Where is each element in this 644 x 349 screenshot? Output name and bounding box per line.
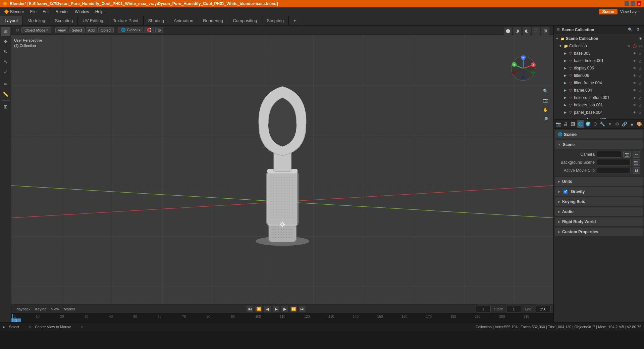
viewport-shading-rendered[interactable]: ◐ (523, 27, 531, 35)
next-keyframe-btn[interactable]: ⏩ (290, 306, 297, 312)
playback-label[interactable]: Playback (14, 307, 32, 311)
prop-tab-modifier[interactable]: 🔧 (599, 120, 606, 128)
vis-eye-panelbase[interactable]: 👁 (632, 110, 637, 115)
vis-cam-collection[interactable]: 🚫 (632, 44, 637, 48)
movieclip-value[interactable] (597, 167, 631, 174)
tab-sculpting[interactable]: Sculpting (50, 16, 78, 25)
viewport-shading-material[interactable]: ◑ (513, 27, 521, 35)
camera-value[interactable] (597, 151, 621, 158)
expand-filter[interactable]: ▶ (563, 73, 567, 78)
camera-edit-btn[interactable]: ✏ (633, 151, 640, 158)
prop-tab-scene[interactable]: 🌐 (577, 120, 584, 128)
collection-expand[interactable]: ▼ (558, 44, 562, 48)
rotate-tool[interactable]: ↻ (1, 47, 10, 56)
tab-uv-editing[interactable]: UV Editing (78, 16, 108, 25)
prop-tab-physics[interactable]: ⚙ (614, 120, 621, 128)
timeline-scrubber[interactable]: 1 10 20 30 40 50 60 70 80 90 100 110 120… (11, 313, 553, 322)
vis-extra-collection[interactable]: ☉ (638, 44, 643, 48)
gravity-checkbox[interactable] (564, 190, 568, 194)
section-customprops-header[interactable]: ▶ Custom Properties (555, 228, 643, 236)
vis-tri-baseholder[interactable]: △ (638, 58, 643, 63)
outliner-collection[interactable]: ▼ 📁 Collection 👁 🚫 ☉ (554, 42, 644, 50)
viewport-orbit-icon[interactable]: 🔎 (541, 115, 549, 123)
outliner-item-panelbase[interactable]: ▶ ▽ panel_base.004 👁 △ (554, 109, 644, 116)
vis-tri-filterframe[interactable]: △ (638, 81, 643, 85)
section-units-header[interactable]: ▶ Units (555, 177, 643, 186)
expand-display[interactable]: ▶ (563, 66, 567, 70)
prop-tab-material[interactable]: 🎨 (636, 120, 643, 128)
tab-rendering[interactable]: Rendering (198, 16, 228, 25)
tab-shading[interactable]: Shading (144, 16, 169, 25)
prop-tab-constraints[interactable]: 🔗 (621, 120, 628, 128)
view-menu[interactable]: View (55, 27, 68, 33)
start-frame-field[interactable]: 1 (506, 306, 521, 312)
expand-holderstop[interactable]: ▶ (563, 103, 567, 107)
vis-tri-display[interactable]: △ (638, 66, 643, 70)
viewport-pan-icon[interactable]: ✋ (541, 106, 549, 114)
outliner-item-powerbutton[interactable]: ▶ ▽ power_button.003 👁 △ (554, 116, 644, 119)
prop-tab-world[interactable]: 🌍 (585, 120, 591, 128)
vis-tri-frame[interactable]: △ (638, 88, 643, 93)
outliner-item-filterframe[interactable]: ▶ ▽ filter_frame.004 👁 △ (554, 79, 644, 87)
tab-texture-paint[interactable]: Texture Paint (108, 16, 144, 25)
vis-tri-holdersbottom[interactable]: △ (638, 95, 643, 100)
tab-animation[interactable]: Animation (169, 16, 198, 25)
outliner-scene-collection[interactable]: ▼ 📁 Scene Collection 👁 (554, 35, 644, 42)
menu-help[interactable]: Help (93, 9, 106, 15)
prop-tab-viewlayer[interactable]: 🖼 (570, 120, 577, 128)
dyson-fan-object[interactable] (246, 84, 319, 249)
outliner-item-base003[interactable]: ▶ ▽ base.003 👁 △ (554, 50, 644, 57)
background-select-btn[interactable]: 📷 (633, 159, 640, 166)
play-btn[interactable]: ▶ (273, 306, 279, 312)
maximize-button[interactable]: □ (631, 1, 635, 6)
vis-eye-holderstop[interactable]: 👁 (632, 103, 637, 107)
viewport-zoom-icon[interactable]: 🔍 (541, 87, 549, 95)
expand-filterframe[interactable]: ▶ (563, 81, 567, 85)
expand-frame[interactable]: ▶ (563, 88, 567, 92)
scale-tool[interactable]: ⤡ (1, 57, 10, 66)
vis-eye-scene[interactable]: 👁 (638, 36, 643, 41)
select-menu[interactable]: Select (69, 27, 85, 33)
navigation-gizmo[interactable]: Z X Y (510, 55, 537, 82)
tab-scripting[interactable]: Scripting (262, 16, 289, 25)
expand-baseholder[interactable]: ▶ (563, 59, 567, 63)
prop-tab-render[interactable]: 📷 (555, 120, 562, 128)
object-menu[interactable]: Object (98, 27, 114, 33)
vis-tri-holderstop[interactable]: △ (638, 103, 643, 107)
camera-select-btn[interactable]: 📷 (623, 151, 631, 158)
vis-eye-baseholder[interactable]: 👁 (632, 58, 637, 63)
transform-tool[interactable]: ⤢ (1, 67, 10, 77)
object-mode-dropdown[interactable]: Object Mode (21, 27, 51, 33)
cursor-tool[interactable]: ⊕ (1, 27, 10, 36)
minimize-button[interactable]: ─ (625, 1, 629, 6)
measure-tool[interactable]: 📏 (1, 90, 10, 99)
background-value[interactable] (597, 159, 631, 166)
section-rigidbody-header[interactable]: ▶ Rigid Body World (555, 217, 643, 226)
outliner-item-display[interactable]: ▶ ▽ display.006 👁 △ (554, 64, 644, 72)
current-frame-field[interactable]: 1 (476, 306, 491, 312)
close-button[interactable]: ✕ (637, 1, 641, 6)
outliner-item-frame[interactable]: ▶ ▽ frame.004 👁 △ (554, 87, 644, 94)
expand-panelbase[interactable]: ▶ (563, 110, 567, 114)
step-forward-btn[interactable]: ▶ (281, 306, 288, 312)
prop-tab-output[interactable]: 🖨 (562, 120, 569, 128)
expand-base003[interactable]: ▶ (563, 51, 567, 55)
viewport-camera-icon[interactable]: 📷 (541, 96, 549, 104)
add-tool[interactable]: ⊞ (1, 102, 10, 111)
tab-compositing[interactable]: Compositing (228, 16, 262, 25)
viewport-shading-solid[interactable]: ⬤ (504, 27, 512, 35)
section-gravity-header[interactable]: ▶ Gravity (555, 187, 643, 196)
keying-label[interactable]: Keying (34, 307, 48, 311)
proportional-btn[interactable]: ◎ (155, 27, 163, 33)
move-tool[interactable]: ✥ (1, 37, 10, 46)
menu-file[interactable]: File (28, 9, 39, 15)
prop-tab-object[interactable]: ⬡ (592, 120, 599, 128)
tab-add[interactable]: + (289, 16, 301, 25)
movieclip-select-btn[interactable]: 🎞 (633, 167, 640, 174)
prop-tab-particles[interactable]: ✦ (606, 120, 613, 128)
tab-layout[interactable]: Layout (0, 16, 23, 25)
viewport-overlays-btn[interactable]: ⊙ (532, 27, 540, 35)
outliner-item-baseholder[interactable]: ▶ ▽ base_holder.001 👁 △ (554, 57, 644, 64)
outliner-item-holdersbottom[interactable]: ▶ ▽ holders_bottom.001 👁 △ (554, 94, 644, 101)
prop-tab-data[interactable]: ▲ (629, 120, 635, 128)
